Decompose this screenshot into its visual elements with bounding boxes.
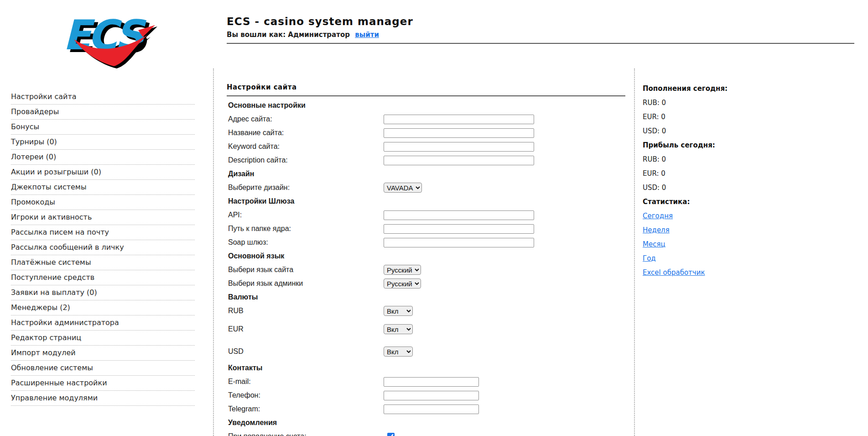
stats-year-link[interactable]: Год bbox=[643, 254, 656, 263]
site-keyword-label: Keyword сайта: bbox=[228, 142, 384, 151]
sidebar-menu-item[interactable]: Акции и розыгрыши (0) bbox=[11, 165, 195, 180]
stats-week-link[interactable]: Неделя bbox=[643, 226, 670, 234]
sidebar-menu-item[interactable]: Редактор страниц bbox=[11, 331, 195, 346]
field-row-admin-language: Выбери язык админкиРусский bbox=[227, 277, 625, 290]
sidebar-menu-item[interactable]: Настройки администратора bbox=[11, 315, 195, 331]
telegram-label: Telegram: bbox=[228, 405, 384, 413]
design-choice-control: VAVADA bbox=[384, 183, 422, 193]
basic-settings-label: Основные настройки bbox=[228, 101, 306, 110]
sidebar-menu-item[interactable]: Обновление системы bbox=[11, 361, 195, 376]
currency-eur-select[interactable]: Вкл bbox=[384, 324, 413, 334]
sidebar-menu-item[interactable]: Лотереи (0) bbox=[11, 150, 195, 165]
currency-usd-select[interactable]: Вкл bbox=[384, 347, 413, 357]
field-row-design-choice: Выберите дизайн:VAVADA bbox=[227, 181, 625, 194]
stat-row-stats-month-link: Месяц bbox=[643, 237, 852, 252]
sidebar-menu-item[interactable]: Платёжные системы bbox=[11, 255, 195, 270]
sidebar-menu-item[interactable]: Джекпоты системы bbox=[11, 180, 195, 195]
sidebar-menu-item[interactable]: Настройки сайта bbox=[11, 89, 195, 105]
stats-month-link[interactable]: Месяц bbox=[643, 240, 665, 248]
section-notifications: Уведомления bbox=[227, 416, 625, 430]
sidebar-menu-item[interactable]: Бонусы bbox=[11, 120, 195, 135]
stat-row-stats-excel-link: Excel обработчик bbox=[643, 266, 852, 280]
sidebar-main-divider bbox=[213, 68, 214, 436]
site-description-label: Description сайта: bbox=[228, 156, 384, 164]
sidebar-menu-item[interactable]: Игроки и активность bbox=[11, 210, 195, 225]
header-divider bbox=[227, 43, 854, 44]
sidebar-menu-item[interactable]: Промокоды bbox=[11, 195, 195, 210]
field-row-currency-eur: EURВкл bbox=[227, 322, 625, 336]
currency-rub-select[interactable]: Вкл bbox=[384, 306, 413, 316]
login-status-line: Вы вошли как: Администратор выйти bbox=[227, 31, 856, 39]
stat-row-stats-today-link: Сегодня bbox=[643, 209, 852, 223]
sidebar-menu-item-label: Лотереи (0) bbox=[11, 152, 56, 161]
sidebar-menu-item[interactable]: Импорт модулей bbox=[11, 346, 195, 361]
field-row-notify-on-deposit: При пополнение счета: bbox=[227, 430, 625, 436]
stats-excel-link[interactable]: Excel обработчик bbox=[643, 268, 705, 277]
stat-row-profit-eur: EUR: 0 bbox=[643, 167, 852, 181]
section-gateway-settings: Настройки Шлюза bbox=[227, 194, 625, 208]
stat-row-deposits-today-header: Пополнения сегодня: bbox=[643, 82, 852, 96]
site-name-label: Название сайта: bbox=[228, 129, 384, 137]
currency-eur-label: EUR bbox=[228, 325, 384, 333]
currency-rub-control: Вкл bbox=[384, 306, 413, 316]
sidebar-menu-item[interactable]: Рассылка сообщений в личку bbox=[11, 240, 195, 255]
sidebar-menu-item-label: Импорт модулей bbox=[11, 348, 76, 357]
sidebar-menu-item-label: Поступление средств bbox=[11, 273, 94, 282]
sidebar-menu-item-label: Провайдеры bbox=[11, 107, 59, 116]
core-folder-path-input[interactable] bbox=[384, 224, 534, 234]
gateway-settings-label: Настройки Шлюза bbox=[228, 197, 294, 205]
stat-row-stats-year-link: Год bbox=[643, 252, 852, 266]
stats-today-link[interactable]: Сегодня bbox=[643, 212, 673, 220]
sidebar-menu-item-label: Турниры (0) bbox=[11, 137, 57, 146]
admin-language-select[interactable]: Русский bbox=[384, 278, 421, 289]
notify-on-deposit-control bbox=[384, 431, 396, 436]
sidebar-menu-item-label: Промокоды bbox=[11, 198, 55, 206]
site-description-input[interactable] bbox=[384, 156, 534, 165]
stat-row-profit-usd: USD: 0 bbox=[643, 181, 852, 195]
phone-input[interactable] bbox=[384, 391, 479, 400]
sidebar-menu-item[interactable]: Заявки на выплату (0) bbox=[11, 285, 195, 300]
site-keyword-input[interactable] bbox=[384, 142, 534, 152]
site-name-input[interactable] bbox=[384, 128, 534, 138]
email-input[interactable] bbox=[384, 377, 479, 387]
sidebar-menu-item[interactable]: Рассылка писем на почту bbox=[11, 225, 195, 240]
site-keyword-control bbox=[384, 142, 534, 152]
logout-link[interactable]: выйти bbox=[355, 31, 379, 39]
field-row-site-language: Выбери язык сайтаРусский bbox=[227, 263, 625, 277]
panel-title: Настройки сайта bbox=[227, 83, 625, 91]
notify-on-deposit-checkbox[interactable] bbox=[387, 433, 395, 436]
field-row-currency-rub: RUBВкл bbox=[227, 304, 625, 318]
field-row-soap-gateway: Soap шлюз: bbox=[227, 236, 625, 249]
field-row-site-description: Description сайта: bbox=[227, 153, 625, 167]
sidebar-menu-item[interactable]: Турниры (0) bbox=[11, 135, 195, 150]
section-main-language: Основной язык bbox=[227, 249, 625, 263]
sidebar-menu-item[interactable]: Поступление средств bbox=[11, 270, 195, 285]
field-row-site-address: Адрес сайта: bbox=[227, 112, 625, 126]
api-input[interactable] bbox=[384, 210, 534, 220]
sidebar-menu-item-label: Бонусы bbox=[11, 122, 39, 131]
sidebar-menu-item[interactable]: Менеджеры (2) bbox=[11, 300, 195, 315]
notifications-label: Уведомления bbox=[228, 419, 277, 427]
soap-gateway-input[interactable] bbox=[384, 238, 534, 247]
design-label: Дизайн bbox=[228, 170, 254, 178]
ecs-logo-image: ECS ECS bbox=[63, 10, 156, 69]
profit-eur: EUR: 0 bbox=[643, 169, 665, 178]
telegram-input[interactable] bbox=[384, 404, 479, 414]
site-address-input[interactable] bbox=[384, 115, 534, 124]
field-row-site-keyword: Keyword сайта: bbox=[227, 140, 625, 153]
main-language-label: Основной язык bbox=[228, 252, 284, 260]
sidebar-menu-item[interactable]: Расширенные настройки bbox=[11, 376, 195, 391]
site-name-control bbox=[384, 128, 534, 138]
main-stats-divider bbox=[634, 68, 635, 436]
currencies-label: Валюты bbox=[228, 293, 258, 301]
sidebar-menu-item-label: Акции и розыгрыши (0) bbox=[11, 168, 101, 176]
section-basic-settings: Основные настройки bbox=[227, 99, 625, 112]
sidebar-menu-item-label: Настройки сайта bbox=[11, 92, 77, 101]
site-language-select[interactable]: Русский bbox=[384, 265, 421, 275]
section-design: Дизайн bbox=[227, 167, 625, 181]
contacts-label: Контакты bbox=[228, 364, 262, 372]
sidebar-menu-item[interactable]: Провайдеры bbox=[11, 105, 195, 120]
notify-on-deposit-label: При пополнение счета: bbox=[228, 432, 384, 436]
design-choice-select[interactable]: VAVADA bbox=[384, 183, 422, 193]
sidebar-menu-item[interactable]: Управление модулями bbox=[11, 391, 195, 406]
